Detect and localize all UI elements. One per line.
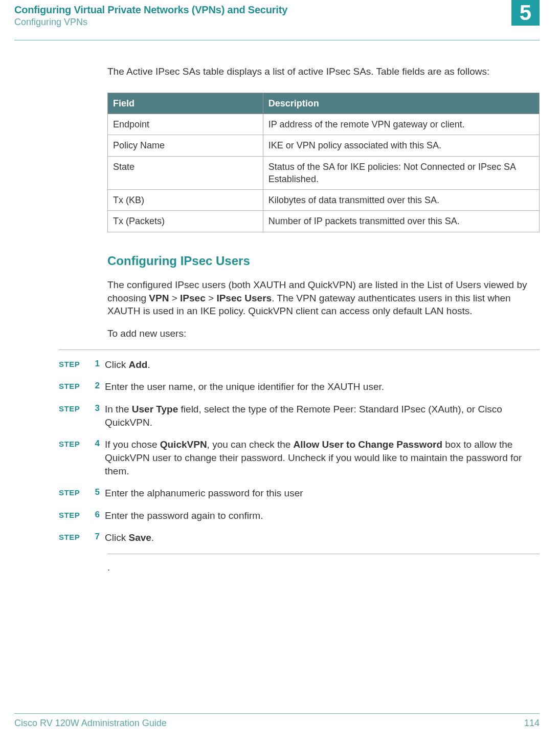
table-header-field: Field <box>108 93 263 114</box>
step-number: 2 <box>91 380 105 391</box>
step-text: In the User Type field, select the type … <box>105 403 540 429</box>
table-cell-field: Endpoint <box>108 114 263 135</box>
table-cell-field: State <box>108 156 263 190</box>
step-bold: Allow User to Change Password <box>294 439 442 450</box>
table-header-row: Field Description <box>108 93 540 114</box>
footer-page-number: 114 <box>524 718 540 729</box>
section-paragraph: The configured IPsec users (both XAUTH a… <box>107 278 540 318</box>
table-cell-desc: IKE or VPN policy associated with this S… <box>263 135 539 156</box>
step-text: If you chose QuickVPN, you can check the… <box>105 438 540 477</box>
table-row: Endpoint IP address of the remote VPN ga… <box>108 114 540 135</box>
ipsec-sa-table: Field Description Endpoint IP address of… <box>107 93 540 232</box>
chapter-number: 5 <box>520 2 531 24</box>
table-cell-desc: Kilobytes of data transmitted over this … <box>263 190 539 211</box>
step-text: Enter the alphanumeric password for this… <box>105 487 540 500</box>
text-run: Click <box>105 359 128 370</box>
table-cell-desc: IP address of the remote VPN gateway or … <box>263 114 539 135</box>
table-cell-desc: Number of IP packets transmitted over th… <box>263 211 539 232</box>
step-label: STEP <box>59 509 91 519</box>
text-run: > <box>206 293 217 303</box>
step-number: 6 <box>91 509 105 520</box>
step-item: STEP 7 Click Save. <box>59 531 540 544</box>
step-item: STEP 3 In the User Type field, select th… <box>59 403 540 429</box>
post-steps-area: . <box>107 554 540 573</box>
text-run: , you can check the <box>207 439 294 450</box>
steps-container: STEP 1 Click Add. STEP 2 Enter the user … <box>59 349 540 544</box>
step-text: Enter the user name, or the unique ident… <box>105 380 540 394</box>
step-number: 3 <box>91 403 105 413</box>
step-bold: User Type <box>132 404 178 414</box>
table-cell-desc: Status of the SA for IKE policies: Not C… <box>263 156 539 190</box>
step-item: STEP 5 Enter the alphanumeric password f… <box>59 487 540 500</box>
text-run: . <box>151 532 154 543</box>
steps-divider-bottom <box>107 554 540 554</box>
step-label: STEP <box>59 403 91 413</box>
step-item: STEP 4 If you chose QuickVPN, you can ch… <box>59 438 540 477</box>
step-label: STEP <box>59 531 91 541</box>
step-item: STEP 6 Enter the password again to confi… <box>59 509 540 522</box>
table-cell-field: Policy Name <box>108 135 263 156</box>
step-bold: QuickVPN <box>160 439 207 450</box>
table-row: Policy Name IKE or VPN policy associated… <box>108 135 540 156</box>
header-divider <box>14 40 540 40</box>
breadcrumb-bold: IPsec Users <box>216 293 272 303</box>
step-text: Enter the password again to confirm. <box>105 509 540 522</box>
step-text: Click Add. <box>105 358 540 372</box>
breadcrumb-bold: VPN <box>149 293 169 303</box>
table-row: Tx (KB) Kilobytes of data transmitted ov… <box>108 190 540 211</box>
chapter-title: Configuring Virtual Private Networks (VP… <box>14 4 540 16</box>
step-label: STEP <box>59 380 91 390</box>
chapter-number-box: 5 <box>511 0 540 26</box>
footer-guide-name: Cisco RV 120W Administration Guide <box>14 718 167 729</box>
table-row: Tx (Packets) Number of IP packets transm… <box>108 211 540 232</box>
table-cell-field: Tx (Packets) <box>108 211 263 232</box>
step-label: STEP <box>59 438 91 448</box>
step-number: 4 <box>91 438 105 449</box>
step-number: 7 <box>91 531 105 542</box>
page-header: Configuring Virtual Private Networks (VP… <box>0 0 560 40</box>
page-footer: Cisco RV 120W Administration Guide 114 <box>14 713 540 729</box>
step-label: STEP <box>59 487 91 497</box>
step-item: STEP 2 Enter the user name, or the uniqu… <box>59 380 540 394</box>
steps-divider-top <box>59 349 540 350</box>
text-run: In the <box>105 404 132 414</box>
intro-paragraph: The Active IPsec SAs table displays a li… <box>107 65 540 78</box>
text-run: If you chose <box>105 439 160 450</box>
step-bold: Save <box>128 532 151 543</box>
section-heading: Configuring IPsec Users <box>107 253 540 269</box>
content-area: The Active IPsec SAs table displays a li… <box>107 65 540 340</box>
step-text: Click Save. <box>105 531 540 544</box>
text-run: . <box>147 359 150 370</box>
step-number: 1 <box>91 358 105 369</box>
to-add-paragraph: To add new users: <box>107 327 540 340</box>
text-run: Click <box>105 532 128 543</box>
text-run: > <box>169 293 180 303</box>
trailing-dot: . <box>107 562 540 573</box>
step-label: STEP <box>59 358 91 368</box>
table-header-description: Description <box>263 93 539 114</box>
breadcrumb-bold: IPsec <box>180 293 206 303</box>
step-item: STEP 1 Click Add. <box>59 358 540 372</box>
table-row: State Status of the SA for IKE policies:… <box>108 156 540 190</box>
header-section-title: Configuring VPNs <box>14 17 540 28</box>
table-cell-field: Tx (KB) <box>108 190 263 211</box>
step-bold: Add <box>128 359 147 370</box>
step-number: 5 <box>91 487 105 497</box>
